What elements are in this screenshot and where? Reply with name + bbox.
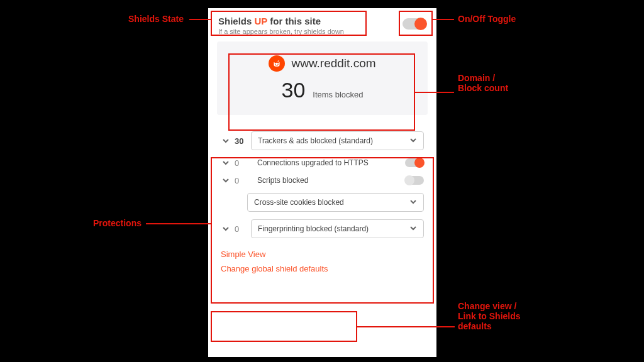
shields-state-text: Shields UP for this site If a site appea… — [218, 16, 344, 35]
svg-point-4 — [279, 62, 280, 63]
protections-list: 30 Trackers & ads blocked (standard) 0 C… — [217, 131, 428, 238]
callout-onoff: On/Off Toggle — [458, 14, 516, 24]
scripts-toggle[interactable] — [405, 176, 424, 185]
scripts-label: Scripts blocked — [251, 176, 401, 185]
trackers-label: Trackers & ads blocked (standard) — [258, 136, 373, 145]
blocked-count: 30 — [281, 78, 305, 102]
toggle-knob — [414, 158, 425, 168]
domain-row: www.reddit.com — [269, 55, 375, 72]
annotation-leader — [189, 19, 211, 20]
shields-panel: Shields UP for this site If a site appea… — [208, 8, 436, 357]
global-defaults-link[interactable]: Change global shield defaults — [221, 264, 424, 273]
shields-hint: If a site appears broken, try shields do… — [218, 28, 344, 35]
reddit-icon — [269, 55, 285, 72]
toggle-knob — [404, 175, 414, 185]
toggle-knob — [414, 18, 427, 30]
blocked-count-row: 30 Items blocked — [281, 78, 363, 102]
chevron-down-icon[interactable] — [221, 158, 231, 168]
callout-shields-state: Shields State — [128, 14, 184, 24]
svg-point-3 — [278, 64, 279, 65]
shields-master-toggle[interactable] — [402, 18, 426, 30]
chevron-down-icon — [409, 198, 417, 207]
svg-point-2 — [275, 64, 277, 65]
chevron-down-icon[interactable] — [221, 136, 231, 146]
shields-title-prefix: Shields — [218, 16, 255, 26]
cookies-row: Cross-site cookies blocked — [221, 193, 424, 212]
shields-state-word: UP — [255, 16, 268, 26]
fingerprint-label: Fingerprinting blocked (standard) — [258, 224, 369, 233]
cookies-select[interactable]: Cross-site cookies blocked — [247, 193, 424, 212]
chevron-down-icon — [409, 224, 417, 234]
blocked-count-label: Items blocked — [313, 90, 363, 99]
shields-header: Shields UP for this site If a site appea… — [217, 14, 428, 41]
trackers-count: 30 — [235, 136, 247, 146]
simple-view-link[interactable]: Simple View — [221, 250, 424, 259]
shields-title-suffix: for this site — [267, 16, 321, 26]
https-row: 0 Connections upgraded to HTTPS — [221, 158, 424, 168]
https-label: Connections upgraded to HTTPS — [251, 158, 401, 167]
chevron-down-icon[interactable] — [221, 224, 231, 234]
scripts-count: 0 — [235, 176, 247, 185]
fingerprint-count: 0 — [235, 224, 247, 234]
chevron-down-icon[interactable] — [221, 175, 231, 185]
svg-point-5 — [274, 62, 275, 63]
cookies-label: Cross-site cookies blocked — [254, 198, 344, 207]
annotation-leader — [146, 223, 211, 224]
https-count: 0 — [235, 158, 247, 168]
trackers-select[interactable]: Trackers & ads blocked (standard) — [251, 131, 424, 150]
domain-name: www.reddit.com — [291, 57, 375, 70]
shields-title: Shields UP for this site — [218, 16, 344, 26]
callout-protections: Protections — [93, 218, 142, 228]
fingerprint-row: 0 Fingerprinting blocked (standard) — [221, 219, 424, 238]
domain-card: www.reddit.com 30 Items blocked — [217, 41, 428, 115]
scripts-row: 0 Scripts blocked — [221, 175, 424, 185]
trackers-row: 30 Trackers & ads blocked (standard) — [221, 131, 424, 150]
chevron-down-icon — [409, 136, 417, 146]
callout-domain-block: Domain / Block count — [458, 73, 508, 93]
fingerprint-select[interactable]: Fingerprinting blocked (standard) — [251, 219, 424, 238]
footer-links: Simple View Change global shield default… — [217, 250, 428, 273]
callout-change-view: Change view / Link to Shields defaults — [458, 301, 521, 331]
https-toggle[interactable] — [405, 158, 424, 167]
